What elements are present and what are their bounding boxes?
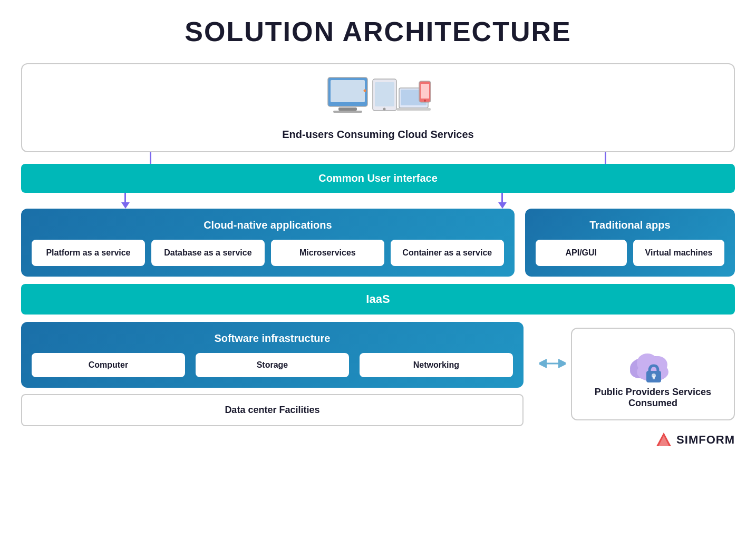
svg-point-13	[424, 100, 426, 102]
simform-logo-icon	[655, 431, 672, 448]
infra-grid: Computer Storage Networking	[32, 353, 513, 377]
cui-right-arrow	[498, 193, 507, 209]
svg-point-4	[364, 90, 366, 92]
svg-rect-6	[375, 82, 394, 106]
page-title: SOLUTION ARCHITECTURE	[21, 16, 735, 47]
middle-section: Cloud-native applications Platform as a …	[21, 209, 735, 277]
virtual-machines-card: Virtual machines	[633, 240, 724, 266]
cui-left-arrow	[121, 193, 130, 209]
traditional-grid: API/GUI Virtual machines	[536, 240, 724, 266]
svg-rect-12	[421, 84, 429, 99]
microservices-card: Microservices	[271, 240, 384, 266]
cloud-lock-icon	[626, 339, 679, 387]
software-infra-box: Software infrastructure Computer Storage…	[21, 322, 524, 426]
svg-point-7	[383, 108, 386, 111]
container-as-service-card: Container as a service	[391, 240, 504, 266]
left-arrow-connector	[150, 152, 151, 164]
traditional-title: Traditional apps	[536, 219, 724, 231]
simform-logo: SIMFORM	[21, 431, 735, 448]
bidir-arrow-svg	[539, 356, 566, 371]
bottom-section: Software infrastructure Computer Storage…	[21, 322, 735, 426]
svg-rect-10	[396, 108, 431, 111]
bidir-arrow	[539, 356, 566, 371]
public-providers-section: Public Providers Services Consumed	[534, 322, 735, 426]
traditional-apps-box: Traditional apps API/GUI Virtual machine…	[525, 209, 735, 277]
svg-rect-23	[653, 376, 655, 379]
public-providers-label: Public Providers Services Consumed	[583, 387, 723, 409]
svg-rect-3	[333, 111, 362, 113]
database-as-service-card: Database as a service	[151, 240, 265, 266]
computer-card: Computer	[32, 353, 185, 377]
diagram: End-users Consuming Cloud Services Commo…	[21, 63, 735, 448]
end-users-label: End-users Consuming Cloud Services	[282, 129, 473, 141]
svg-rect-1	[331, 80, 365, 102]
networking-card: Networking	[360, 353, 513, 377]
software-infra-title: Software infrastructure	[32, 332, 513, 345]
simform-text: SIMFORM	[676, 433, 735, 447]
cloud-native-title: Cloud-native applications	[32, 219, 504, 231]
iaas-bar: IaaS	[21, 284, 735, 315]
right-arrow-connector	[605, 152, 606, 164]
api-gui-card: API/GUI	[536, 240, 627, 266]
services-grid: Platform as a service Database as a serv…	[32, 240, 504, 266]
datacenter-bar: Data center Facilities	[21, 394, 524, 426]
end-users-box: End-users Consuming Cloud Services	[21, 63, 735, 152]
svg-rect-2	[338, 107, 357, 111]
storage-card: Storage	[196, 353, 349, 377]
platform-as-service-card: Platform as a service	[32, 240, 145, 266]
devices-svg	[325, 75, 431, 122]
cui-bar: Common User interface	[21, 164, 735, 193]
device-icons	[325, 75, 431, 122]
software-infra-inner: Software infrastructure Computer Storage…	[21, 322, 524, 388]
public-providers-box: Public Providers Services Consumed	[571, 328, 735, 420]
cloud-native-box: Cloud-native applications Platform as a …	[21, 209, 515, 277]
